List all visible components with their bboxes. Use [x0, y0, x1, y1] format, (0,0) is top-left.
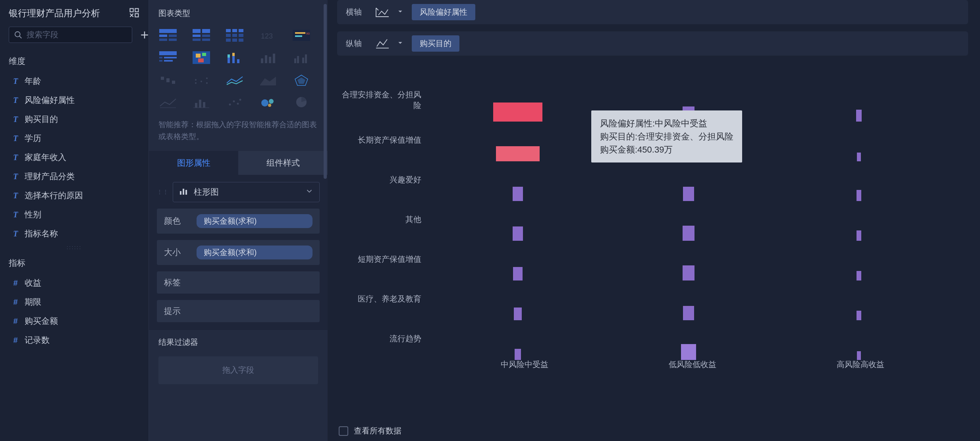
chart-type-histogram[interactable]: [192, 95, 211, 109]
add-field-button[interactable]: [139, 30, 150, 40]
svg-rect-8: [169, 39, 177, 41]
field-label: 记录数: [25, 335, 50, 346]
svg-point-72: [268, 104, 271, 107]
dimension-field[interactable]: T风险偏好属性: [9, 91, 140, 109]
metric-field[interactable]: #期限: [9, 293, 140, 311]
chart-mark-select[interactable]: 柱形图: [173, 182, 320, 202]
layout-toggle-icon[interactable]: [129, 7, 140, 19]
x-axis-shelf[interactable]: 横轴 风险偏好属性: [337, 0, 968, 24]
text-type-icon: T: [11, 115, 20, 124]
chart-types-label: 图表类型: [149, 0, 328, 24]
metric-field[interactable]: #收益: [9, 274, 140, 292]
metric-field[interactable]: #购买金额: [9, 312, 140, 330]
cfg-size-value[interactable]: 购买金额(求和): [197, 246, 313, 259]
text-type-icon: T: [11, 96, 20, 104]
dimension-field[interactable]: T理财产品分类: [9, 168, 140, 185]
svg-rect-4: [159, 29, 177, 33]
x-axis-label: 横轴: [346, 7, 366, 17]
svg-rect-27: [295, 35, 302, 37]
y-axis-icon[interactable]: [374, 37, 390, 50]
chart-type-grouped-bar[interactable]: [292, 50, 311, 65]
svg-point-70: [261, 99, 268, 106]
dimension-field[interactable]: T家庭年收入: [9, 149, 140, 166]
view-all-label: 查看所有数据: [354, 426, 401, 436]
x-axis-icon[interactable]: [374, 6, 390, 19]
metric-field[interactable]: #记录数: [9, 331, 140, 349]
chart-type-gauge[interactable]: 90: [292, 28, 311, 43]
chart-bar[interactable]: [515, 349, 521, 360]
svg-point-3: [15, 31, 20, 37]
result-filter-header: 结果过滤器: [149, 329, 328, 352]
svg-rect-51: [161, 77, 164, 80]
field-label: 购买目的: [25, 114, 58, 125]
dimension-field[interactable]: T年龄: [9, 72, 140, 90]
svg-rect-53: [172, 81, 175, 84]
chart-type-column[interactable]: [158, 50, 177, 65]
chart-type-grouped-table[interactable]: [158, 28, 177, 43]
cfg-hint-slot[interactable]: 提示: [157, 300, 320, 322]
dimension-field[interactable]: T学历: [9, 130, 140, 147]
drag-handle-icon[interactable]: ⋮⋮: [157, 189, 169, 195]
dimensions-section-label: 维度: [9, 56, 140, 67]
y-axis-pill[interactable]: 购买目的: [412, 35, 459, 52]
chart-type-area-dim[interactable]: [259, 73, 278, 87]
resize-handle[interactable]: ::::::: [9, 245, 140, 250]
mid-scrollbar[interactable]: [324, 4, 327, 362]
chart-type-heatmap[interactable]: [192, 50, 211, 65]
chart-type-stacked-bar[interactable]: [225, 50, 244, 65]
svg-point-58: [206, 82, 208, 84]
dataset-title: 银行理财产品用户分析: [9, 7, 100, 19]
caret-down-icon[interactable]: [397, 40, 403, 47]
chart-type-scatter[interactable]: [225, 95, 244, 109]
view-all-data-row[interactable]: 查看所有数据: [339, 426, 401, 436]
chart-mark-value: 柱形图: [194, 186, 219, 197]
chart-type-kpi[interactable]: 123: [259, 28, 278, 43]
svg-rect-30: [159, 57, 162, 58]
cfg-label-slot[interactable]: 标签: [157, 271, 320, 294]
cfg-color-value[interactable]: 购买金额(求和): [197, 214, 313, 228]
chart-type-bar-dim[interactable]: [259, 50, 278, 65]
dimension-field[interactable]: T选择本行的原因: [9, 187, 140, 204]
tab-component-style[interactable]: 组件样式: [238, 151, 328, 175]
caret-down-icon[interactable]: [397, 9, 403, 15]
dimension-field[interactable]: T指标名称: [9, 225, 140, 242]
tab-graphic-props[interactable]: 图形属性: [149, 151, 238, 175]
chart-type-radar[interactable]: [292, 73, 311, 87]
chart-canvas[interactable]: 合理安排资金、分担风险长期资产保值增值兴趣爱好其他短期资产保值增值医疗、养老及教…: [337, 63, 980, 441]
field-search[interactable]: [9, 27, 132, 43]
svg-rect-19: [232, 34, 237, 37]
chart-type-cross-table[interactable]: [192, 28, 211, 43]
chart-bar[interactable]: [857, 351, 861, 360]
y-category-label: 长期资产保值增值: [337, 135, 432, 145]
dimension-field[interactable]: T购买目的: [9, 110, 140, 128]
tooltip-line-2: 购买目的:合理安排资金、分担风险: [600, 130, 733, 143]
chart-type-bubble[interactable]: [259, 95, 278, 109]
y-category-label: 流行趋势: [337, 333, 432, 344]
result-filter-dropzone[interactable]: 拖入字段: [158, 356, 318, 384]
svg-rect-7: [159, 39, 167, 41]
svg-point-67: [233, 101, 235, 103]
chart-type-pie[interactable]: [292, 95, 311, 109]
chevron-down-icon: [305, 187, 314, 197]
svg-rect-12: [202, 35, 210, 37]
chart-type-line[interactable]: [158, 95, 177, 109]
svg-rect-2: [135, 14, 138, 17]
x-axis-pill[interactable]: 风险偏好属性: [412, 4, 475, 20]
x-category-label: 低风险低收益: [608, 359, 776, 396]
field-search-input[interactable]: [27, 30, 127, 39]
chart-bar[interactable]: [681, 344, 696, 360]
chart-type-detail-table[interactable]: [225, 28, 244, 43]
x-category-label: 中风险中受益: [440, 359, 608, 396]
y-axis-label: 纵轴: [346, 38, 366, 49]
svg-rect-29: [159, 51, 177, 55]
dimension-field[interactable]: T性别: [9, 206, 140, 223]
chart-type-dots[interactable]: [192, 73, 211, 87]
field-label: 收益: [25, 277, 41, 288]
chart-type-waterfall[interactable]: [158, 73, 177, 87]
chart-type-multi-line[interactable]: [225, 73, 244, 87]
view-all-checkbox[interactable]: [339, 426, 348, 436]
y-axis-shelf[interactable]: 纵轴 购买目的: [337, 31, 968, 56]
svg-rect-36: [202, 53, 206, 56]
cfg-color-slot[interactable]: 颜色 购买金额(求和): [157, 209, 320, 234]
cfg-size-slot[interactable]: 大小 购买金额(求和): [157, 240, 320, 265]
